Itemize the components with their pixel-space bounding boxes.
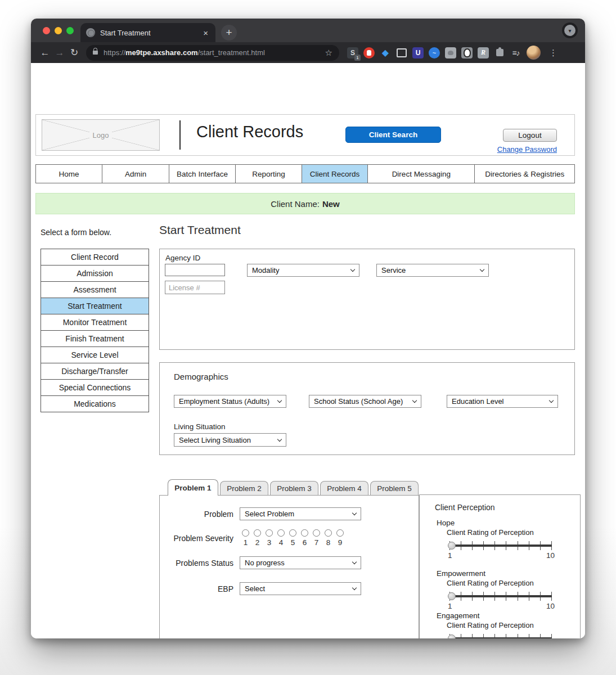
severity-radio-7[interactable] — [311, 529, 322, 537]
severity-radio-2[interactable] — [251, 529, 263, 537]
hope-slider-handle[interactable] — [448, 542, 456, 550]
address-bar[interactable]: https://me9tpe.axshare.com/start_treatme… — [86, 45, 339, 61]
severity-radio-6[interactable] — [299, 529, 311, 537]
extension-screenshot-frame-icon[interactable] — [396, 47, 407, 58]
tab-close-icon[interactable]: × — [201, 28, 210, 38]
extensions-puzzle-icon[interactable] — [494, 47, 505, 58]
agency-id-input[interactable] — [165, 264, 225, 276]
extension-u-icon[interactable]: U — [412, 47, 424, 58]
sidebar-item-service-level[interactable]: Service Level — [41, 346, 149, 363]
nav-tab-client-records[interactable]: Client Records — [302, 165, 368, 183]
nav-tab-home[interactable]: Home — [36, 165, 102, 183]
problem-select[interactable]: Select Problem — [240, 507, 361, 520]
chevron-down-icon — [352, 560, 357, 564]
tab-search-button[interactable]: ▾ — [562, 22, 578, 38]
slider-scale-labels: 1 10 — [448, 551, 555, 560]
living-situation-select[interactable]: Select Living Situation — [174, 433, 286, 447]
profile-avatar[interactable] — [527, 46, 541, 60]
browser-menu-icon[interactable]: ⋮ — [549, 48, 557, 58]
client-name-value: New — [322, 199, 340, 209]
empowerment-group: Empowerment Client Rating of Perception … — [437, 569, 572, 610]
sidebar-item-finish-treatment[interactable]: Finish Treatment — [41, 330, 149, 347]
logo-label: Logo — [89, 131, 113, 140]
reading-list-glyph: ≡♪ — [512, 48, 519, 57]
problem-severity-row: Problem Severity — [160, 529, 419, 547]
nav-tab-directories-registries[interactable]: Directories & Registries — [475, 165, 574, 183]
lock-icon — [93, 51, 98, 55]
bookmark-star-icon[interactable]: ☆ — [325, 48, 332, 58]
severity-radio-8[interactable] — [322, 529, 334, 537]
sidebar-item-monitor-treatment[interactable]: Monitor Treatment — [41, 314, 149, 331]
service-select[interactable]: Service — [376, 264, 489, 277]
sidebar-item-client-record[interactable]: Client Record — [41, 249, 149, 266]
client-search-button[interactable]: Client Search — [345, 127, 441, 143]
employment-status-select[interactable]: Employment Status (Adults) — [174, 395, 286, 408]
problems-status-row: Problems Status No progress — [160, 556, 419, 569]
page-url: https://me9tpe.axshare.com/start_treatme… — [104, 48, 265, 57]
tab-problem-4[interactable]: Problem 4 — [320, 481, 368, 495]
sidebar-item-admission[interactable]: Admission — [41, 265, 149, 282]
client-name-label: Client Name: — [271, 199, 320, 209]
school-status-select[interactable]: School Status (School Age) — [309, 395, 421, 408]
extension-adblock-hand-icon[interactable] — [363, 47, 375, 58]
extension-animal-icon[interactable] — [445, 47, 456, 58]
sidebar-instruction: Select a form below. — [41, 228, 111, 237]
extension-blue-gem-icon[interactable]: ◆ — [380, 47, 391, 58]
extension-wave-letter: ~ — [433, 50, 436, 56]
chevron-down-icon — [412, 398, 417, 403]
radio-icon — [266, 529, 273, 537]
zoom-window-button[interactable] — [66, 27, 74, 34]
logo-placeholder: Logo — [42, 119, 160, 151]
reload-button[interactable]: ↻ — [67, 47, 82, 58]
logout-button[interactable]: Logout — [503, 129, 557, 142]
engagement-slider[interactable] — [449, 633, 552, 638]
extension-penguin-icon[interactable] — [461, 47, 473, 58]
back-button[interactable]: ← — [38, 47, 52, 58]
extension-blue-wave-icon[interactable]: ~ — [429, 47, 440, 58]
ebp-value: Select — [245, 584, 265, 593]
severity-radio-4[interactable] — [275, 529, 287, 537]
engagement-label: Engagement — [437, 611, 572, 620]
new-tab-button[interactable]: + — [221, 25, 237, 40]
browser-tab[interactable]: Start Treatment × — [80, 23, 215, 42]
empowerment-rating-label: Client Rating of Perception — [447, 579, 572, 587]
hope-group: Hope Client Rating of Perception 1 10 — [437, 519, 572, 560]
reading-list-icon[interactable]: ≡♪ — [510, 47, 521, 58]
nav-tab-admin[interactable]: Admin — [102, 165, 169, 183]
sidebar-item-assessment[interactable]: Assessment — [41, 281, 149, 298]
problem-row: Problem Select Problem — [160, 507, 419, 520]
education-level-select[interactable]: Education Level — [447, 395, 558, 408]
empowerment-slider-handle[interactable] — [448, 592, 456, 600]
hope-slider[interactable] — [449, 541, 552, 551]
nav-tab-batch-interface[interactable]: Batch Interface — [169, 165, 236, 183]
tab-problem-2[interactable]: Problem 2 — [220, 481, 268, 495]
sidebar-item-medications[interactable]: Medications — [41, 395, 149, 412]
tab-problem-1[interactable]: Problem 1 — [168, 479, 218, 496]
radio-icon — [313, 529, 320, 537]
screenshot-stage: Start Treatment × + ▾ ← → ↻ https://me9t… — [0, 0, 616, 675]
change-password-link[interactable]: Change Password — [497, 145, 557, 154]
severity-radio-9[interactable] — [334, 529, 346, 537]
severity-radio-3[interactable] — [263, 529, 275, 537]
nav-tab-direct-messaging[interactable]: Direct Messaging — [368, 165, 475, 183]
extension-r-icon[interactable]: R — [478, 47, 489, 58]
sidebar-item-start-treatment[interactable]: Start Treatment — [41, 298, 149, 314]
engagement-slider-handle[interactable] — [448, 634, 456, 638]
ebp-select[interactable]: Select — [240, 582, 361, 595]
tab-problem-3[interactable]: Problem 3 — [270, 481, 318, 495]
forward-button[interactable]: → — [52, 47, 67, 58]
modality-select[interactable]: Modality — [247, 264, 359, 277]
empowerment-slider[interactable] — [449, 591, 552, 601]
minimize-window-button[interactable] — [55, 27, 62, 34]
severity-radio-1[interactable] — [240, 529, 251, 537]
nav-tab-reporting[interactable]: Reporting — [236, 165, 302, 183]
living-situation-label: Living Situation — [174, 422, 226, 431]
tab-problem-5[interactable]: Problem 5 — [370, 481, 419, 495]
severity-radio-5[interactable] — [287, 529, 299, 537]
sidebar-item-discharge-transfer[interactable]: Discharge/Transfer — [41, 363, 149, 380]
problems-status-select[interactable]: No progress — [240, 556, 361, 569]
extension-s-icon[interactable]: S1 — [347, 47, 358, 58]
close-window-button[interactable] — [43, 27, 50, 34]
sidebar-item-special-connections[interactable]: Special Connections — [41, 379, 149, 396]
license-number-input[interactable] — [165, 281, 225, 294]
